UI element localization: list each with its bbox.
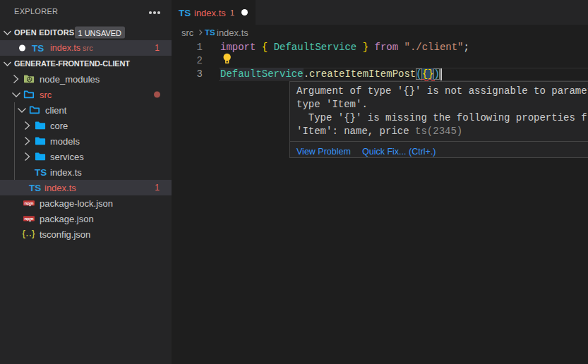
svg-text:npm: npm [24, 216, 34, 221]
svg-text:npm: npm [24, 200, 34, 205]
